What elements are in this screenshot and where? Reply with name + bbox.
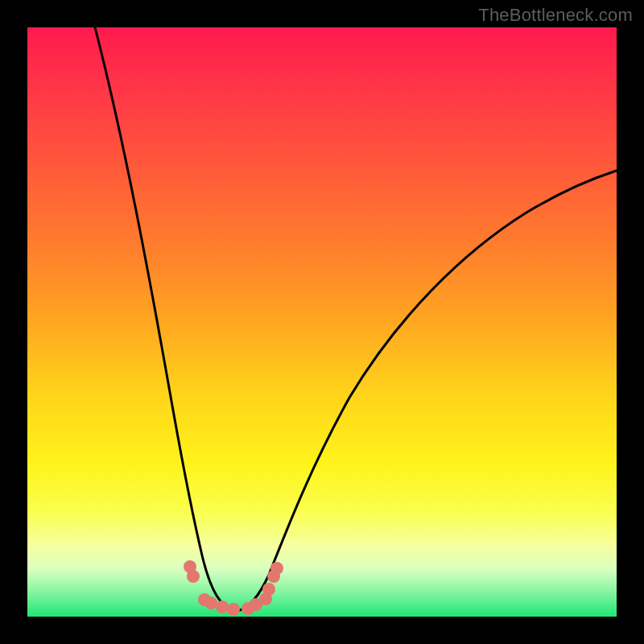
marker-dot — [227, 603, 240, 616]
curve-right-branch — [235, 171, 617, 612]
chart-plot-area — [27, 27, 617, 617]
marker-dot — [216, 601, 229, 613]
watermark-text: TheBottleneck.com — [478, 5, 633, 26]
curve-left-branch — [95, 27, 235, 612]
marker-dot — [262, 583, 275, 596]
marker-group — [184, 560, 283, 616]
marker-dot — [187, 570, 200, 583]
marker-dot — [270, 562, 283, 575]
chart-frame: TheBottleneck.com — [0, 0, 644, 644]
marker-dot — [204, 597, 217, 609]
chart-curves-layer — [27, 27, 617, 617]
